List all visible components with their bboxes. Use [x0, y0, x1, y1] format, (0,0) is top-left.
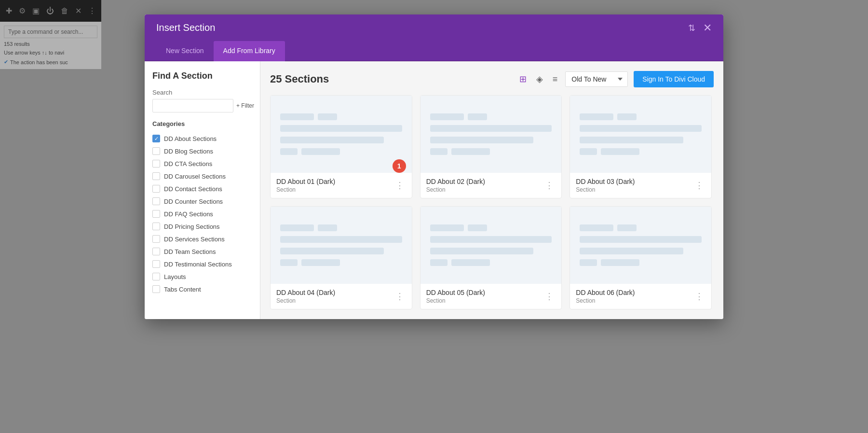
- section-type-5: Section: [576, 297, 635, 304]
- category-item-10[interactable]: DD Testimonial Sections: [152, 258, 252, 270]
- category-label-1: DD Blog Sections: [164, 148, 213, 155]
- content-header: 25 Sections ⊞ ◈ ≡ Old To NewNew To OldA-…: [270, 71, 714, 87]
- header-controls: ⊞ ◈ ≡ Old To NewNew To OldA-ZZ-A Sign In…: [517, 71, 714, 87]
- categories-list: ✓DD About SectionsDD Blog SectionsDD CTA…: [152, 132, 252, 295]
- section-preview-5: [570, 207, 711, 284]
- category-item-11[interactable]: Layouts: [152, 270, 252, 283]
- category-label-9: DD Team Sections: [164, 248, 216, 255]
- category-item-3[interactable]: DD Carousel Sections: [152, 170, 252, 182]
- sections-count: 25 Sections: [270, 73, 329, 85]
- section-card-4[interactable]: DD About 05 (Dark)Section⋮: [420, 206, 562, 309]
- section-preview-2: [570, 96, 711, 173]
- section-type-2: Section: [576, 186, 635, 193]
- sort-select[interactable]: Old To NewNew To OldA-ZZ-A: [565, 71, 628, 87]
- category-checkbox-8[interactable]: [152, 235, 160, 243]
- category-item-2[interactable]: DD CTA Sections: [152, 157, 252, 170]
- grid-view-icon[interactable]: ⊞: [517, 72, 529, 86]
- section-card-0[interactable]: 1DD About 01 (Dark)Section⋮: [270, 95, 412, 198]
- category-item-5[interactable]: DD Counter Sections: [152, 195, 252, 208]
- category-checkbox-9[interactable]: [152, 248, 160, 255]
- category-label-7: DD Pricing Sections: [164, 223, 220, 230]
- modal-header-actions: ⇅ ✕: [688, 23, 712, 33]
- category-item-9[interactable]: DD Team Sections: [152, 245, 252, 258]
- category-checkbox-11[interactable]: [152, 273, 160, 280]
- section-menu-3[interactable]: ⋮: [393, 290, 406, 303]
- category-item-12[interactable]: Tabs Content: [152, 283, 252, 295]
- list-view-icon[interactable]: ≡: [551, 72, 560, 86]
- section-info-5: DD About 06 (Dark)Section⋮: [570, 284, 711, 309]
- filter-button[interactable]: + Filter: [236, 102, 254, 109]
- section-card-2[interactable]: DD About 03 (Dark)Section⋮: [570, 95, 712, 198]
- category-label-12: Tabs Content: [164, 286, 201, 293]
- section-menu-2[interactable]: ⋮: [693, 179, 705, 192]
- category-label-10: DD Testimonial Sections: [164, 261, 232, 268]
- category-checkbox-12[interactable]: [152, 285, 160, 293]
- section-menu-5[interactable]: ⋮: [693, 290, 705, 303]
- category-checkbox-4[interactable]: [152, 185, 160, 193]
- sort-icon[interactable]: ⇅: [688, 23, 695, 33]
- category-item-1[interactable]: DD Blog Sections: [152, 145, 252, 157]
- category-checkbox-6[interactable]: [152, 210, 160, 218]
- section-type-3: Section: [276, 297, 335, 304]
- filter-view-icon[interactable]: ◈: [534, 72, 545, 86]
- section-menu-1[interactable]: ⋮: [543, 179, 556, 192]
- section-type-4: Section: [426, 297, 485, 304]
- category-checkbox-3[interactable]: [152, 172, 160, 180]
- modal-overlay: Insert Section ⇅ ✕ New Section Add From …: [0, 0, 868, 433]
- category-label-0: DD About Sections: [164, 135, 217, 142]
- section-info-4: DD About 05 (Dark)Section⋮: [420, 284, 562, 309]
- insert-section-modal: Insert Section ⇅ ✕ New Section Add From …: [145, 14, 723, 319]
- category-item-7[interactable]: DD Pricing Sections: [152, 220, 252, 233]
- category-checkbox-0[interactable]: ✓: [152, 135, 160, 142]
- modal-body: Find A Section Search + Filter Categorie…: [145, 61, 723, 319]
- section-card-3[interactable]: DD About 04 (Dark)Section⋮: [270, 206, 412, 309]
- category-item-6[interactable]: DD FAQ Sections: [152, 208, 252, 220]
- section-name-5: DD About 06 (Dark): [576, 289, 635, 296]
- section-name-4: DD About 05 (Dark): [426, 289, 485, 296]
- badge-0: 1: [393, 159, 406, 173]
- category-item-0[interactable]: ✓DD About Sections: [152, 132, 252, 145]
- modal-close-button[interactable]: ✕: [703, 23, 712, 33]
- category-label-5: DD Counter Sections: [164, 198, 223, 205]
- category-label-11: Layouts: [164, 273, 186, 280]
- section-menu-4[interactable]: ⋮: [543, 290, 556, 303]
- section-menu-0[interactable]: ⋮: [393, 179, 406, 192]
- category-label-8: DD Services Sections: [164, 236, 225, 243]
- category-label-3: DD Carousel Sections: [164, 173, 226, 180]
- sidebar-title: Find A Section: [152, 71, 252, 81]
- tab-new-section[interactable]: New Section: [156, 41, 214, 61]
- section-info-3: DD About 04 (Dark)Section⋮: [271, 284, 412, 309]
- section-name-0: DD About 01 (Dark): [276, 178, 335, 185]
- section-card-1[interactable]: DD About 02 (Dark)Section⋮: [420, 95, 562, 198]
- category-checkbox-10[interactable]: [152, 260, 160, 268]
- search-row: + Filter: [152, 99, 252, 112]
- section-info-0: DD About 01 (Dark)Section⋮: [271, 173, 412, 198]
- section-info-2: DD About 03 (Dark)Section⋮: [570, 173, 711, 198]
- category-checkbox-2[interactable]: [152, 160, 160, 168]
- section-preview-1: [420, 96, 562, 173]
- section-preview-4: [420, 207, 562, 284]
- category-checkbox-5[interactable]: [152, 197, 160, 205]
- category-item-4[interactable]: DD Contact Sections: [152, 182, 252, 195]
- search-label: Search: [152, 89, 252, 96]
- category-item-8[interactable]: DD Services Sections: [152, 233, 252, 245]
- sidebar: Find A Section Search + Filter Categorie…: [145, 61, 260, 319]
- section-name-1: DD About 02 (Dark): [426, 178, 485, 185]
- category-checkbox-1[interactable]: [152, 147, 160, 155]
- category-label-6: DD FAQ Sections: [164, 210, 213, 218]
- section-card-5[interactable]: DD About 06 (Dark)Section⋮: [570, 206, 712, 309]
- sections-grid: 1DD About 01 (Dark)Section⋮DD About 02 (…: [270, 95, 714, 309]
- search-input[interactable]: [152, 99, 233, 112]
- category-label-2: DD CTA Sections: [164, 160, 212, 168]
- main-content: 25 Sections ⊞ ◈ ≡ Old To NewNew To OldA-…: [260, 61, 723, 319]
- modal-title: Insert Section: [156, 22, 215, 33]
- category-checkbox-7[interactable]: [152, 223, 160, 230]
- category-label-4: DD Contact Sections: [164, 185, 222, 193]
- section-type-1: Section: [426, 186, 485, 193]
- section-type-0: Section: [276, 186, 335, 193]
- section-name-2: DD About 03 (Dark): [576, 178, 635, 185]
- cloud-button[interactable]: Sign In To Divi Cloud: [634, 71, 714, 87]
- section-info-1: DD About 02 (Dark)Section⋮: [420, 173, 562, 198]
- tab-add-from-library[interactable]: Add From Library: [214, 41, 285, 61]
- modal-tabs: New Section Add From Library: [145, 41, 723, 61]
